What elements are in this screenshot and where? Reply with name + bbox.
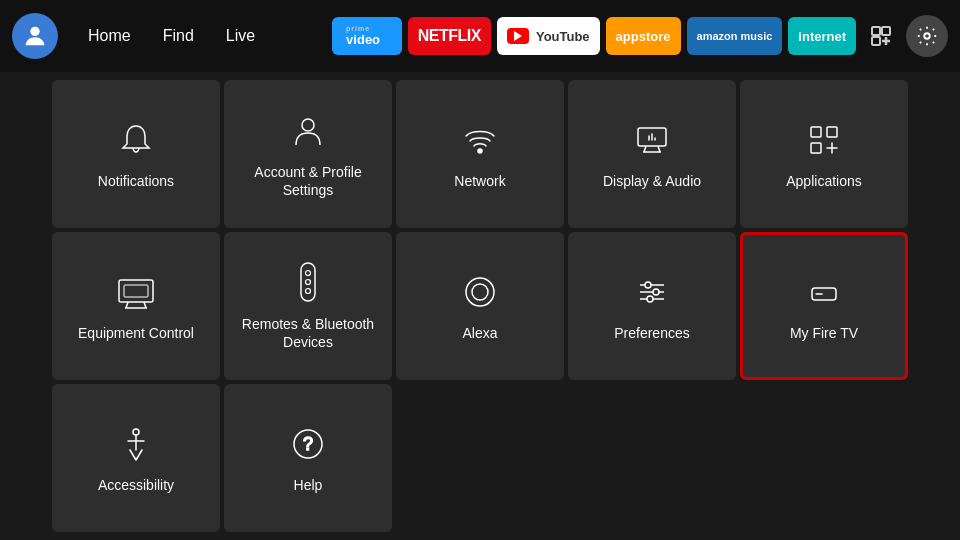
svg-point-14: [306, 270, 311, 275]
settings-grid: Notifications Account & Profile Settings…: [0, 72, 960, 540]
svg-rect-3: [872, 37, 880, 45]
youtube-btn[interactable]: YouTube: [497, 17, 600, 55]
applications-item[interactable]: Applications: [740, 80, 908, 228]
netflix-btn[interactable]: NETFLIX: [408, 17, 491, 55]
svg-point-6: [478, 149, 482, 153]
help-label: Help: [294, 476, 323, 494]
notifications-label: Notifications: [98, 172, 174, 190]
settings-nav-btn[interactable]: [906, 15, 948, 57]
svg-point-16: [306, 288, 311, 293]
applications-label: Applications: [786, 172, 862, 190]
prime-video-btn[interactable]: prime video ›: [332, 17, 402, 55]
svg-point-24: [647, 296, 653, 302]
alexa-icon: [458, 270, 502, 314]
grid-view-btn[interactable]: [862, 17, 900, 55]
svg-point-4: [924, 33, 930, 39]
notifications-item[interactable]: Notifications: [52, 80, 220, 228]
alexa-item[interactable]: Alexa: [396, 232, 564, 380]
nav-find[interactable]: Find: [149, 21, 208, 51]
display-audio-item[interactable]: Display & Audio: [568, 80, 736, 228]
svg-rect-8: [811, 127, 821, 137]
nav-home[interactable]: Home: [74, 21, 145, 51]
firetv-icon: [802, 270, 846, 314]
svg-point-0: [30, 27, 39, 36]
preferences-item[interactable]: Preferences: [568, 232, 736, 380]
svg-point-22: [645, 282, 651, 288]
bell-icon: [114, 118, 158, 162]
help-icon: ?: [286, 422, 330, 466]
sliders-icon: [630, 270, 674, 314]
remote-icon: [286, 261, 330, 305]
svg-point-17: [466, 278, 494, 306]
network-label: Network: [454, 172, 505, 190]
my-fire-tv-label: My Fire TV: [790, 324, 858, 342]
display-audio-label: Display & Audio: [603, 172, 701, 190]
remotes-bluetooth-item[interactable]: Remotes & Bluetooth Devices: [224, 232, 392, 380]
accessibility-icon: [114, 422, 158, 466]
user-avatar[interactable]: [12, 13, 58, 59]
nav-live[interactable]: Live: [212, 21, 269, 51]
accessibility-item[interactable]: Accessibility: [52, 384, 220, 532]
account-profile-label: Account & Profile Settings: [234, 163, 382, 199]
tv-screen-icon: [114, 270, 158, 314]
account-profile-item[interactable]: Account & Profile Settings: [224, 80, 392, 228]
my-fire-tv-item[interactable]: My Fire TV: [740, 232, 908, 380]
appstore-btn[interactable]: appstore: [606, 17, 681, 55]
top-nav: Home Find Live prime video › NETFLIX You…: [0, 0, 960, 72]
svg-point-18: [472, 284, 488, 300]
svg-point-15: [306, 279, 311, 284]
remotes-bluetooth-label: Remotes & Bluetooth Devices: [234, 315, 382, 351]
svg-rect-1: [872, 27, 880, 35]
svg-rect-2: [882, 27, 890, 35]
wifi-icon: [458, 118, 502, 162]
svg-rect-10: [811, 143, 821, 153]
internet-btn[interactable]: internet: [788, 17, 856, 55]
equipment-control-item[interactable]: Equipment Control: [52, 232, 220, 380]
equipment-control-label: Equipment Control: [78, 324, 194, 342]
person-icon: [286, 109, 330, 153]
nav-apps: prime video › NETFLIX YouTube appstore a…: [332, 15, 948, 57]
svg-rect-12: [124, 285, 148, 297]
svg-point-27: [133, 429, 139, 435]
network-item[interactable]: Network: [396, 80, 564, 228]
nav-links: Home Find Live: [74, 21, 269, 51]
help-item[interactable]: ? Help: [224, 384, 392, 532]
svg-point-5: [302, 119, 314, 131]
preferences-label: Preferences: [614, 324, 689, 342]
monitor-icon: [630, 118, 674, 162]
svg-rect-9: [827, 127, 837, 137]
svg-rect-13: [301, 263, 315, 301]
amazon-music-btn[interactable]: amazon music: [687, 17, 783, 55]
apps-icon: [802, 118, 846, 162]
alexa-label: Alexa: [462, 324, 497, 342]
svg-text:?: ?: [303, 434, 313, 454]
svg-point-23: [653, 289, 659, 295]
accessibility-label: Accessibility: [98, 476, 174, 494]
